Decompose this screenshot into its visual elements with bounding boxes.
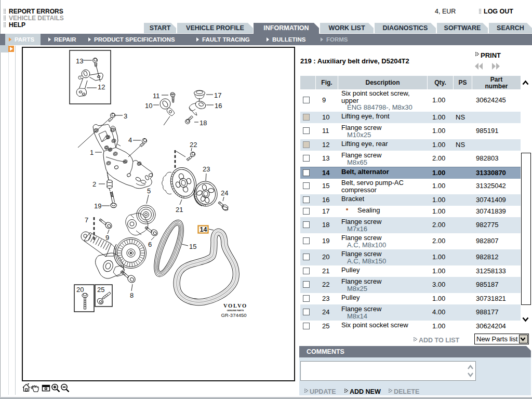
svg-text:VOLVO: VOLVO bbox=[223, 303, 247, 309]
svg-text:14: 14 bbox=[200, 226, 207, 233]
svg-text:19: 19 bbox=[94, 202, 101, 210]
svg-text:12: 12 bbox=[98, 83, 105, 91]
svg-text:13: 13 bbox=[76, 57, 83, 65]
svg-text:GENUINE PARTS: GENUINE PARTS bbox=[227, 309, 244, 312]
svg-text:11: 11 bbox=[153, 92, 160, 100]
svg-text:21: 21 bbox=[176, 206, 183, 214]
svg-text:4: 4 bbox=[128, 136, 132, 144]
svg-text:17: 17 bbox=[214, 91, 221, 99]
svg-text:5: 5 bbox=[147, 187, 151, 195]
svg-text:2: 2 bbox=[92, 180, 96, 188]
svg-text:18: 18 bbox=[200, 119, 207, 127]
svg-text:16: 16 bbox=[215, 102, 222, 110]
svg-text:1: 1 bbox=[90, 149, 94, 156]
svg-text:7: 7 bbox=[85, 216, 88, 224]
svg-text:3: 3 bbox=[124, 112, 127, 120]
svg-text:8: 8 bbox=[130, 291, 134, 299]
svg-text:24: 24 bbox=[221, 189, 228, 197]
svg-text:9: 9 bbox=[105, 234, 109, 242]
svg-text:15: 15 bbox=[189, 243, 196, 250]
svg-text:10: 10 bbox=[145, 102, 152, 110]
svg-text:6: 6 bbox=[148, 241, 152, 248]
svg-text:23: 23 bbox=[203, 165, 210, 173]
svg-text:25: 25 bbox=[97, 286, 104, 294]
svg-text:GR-374450: GR-374450 bbox=[221, 312, 246, 318]
svg-text:20: 20 bbox=[76, 286, 84, 294]
svg-text:22: 22 bbox=[190, 141, 197, 149]
